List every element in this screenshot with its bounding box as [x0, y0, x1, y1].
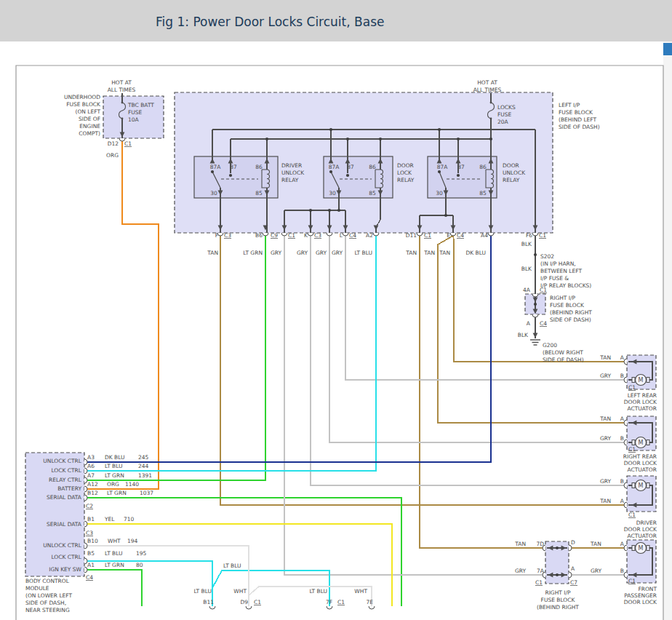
- diagram-label: C1: [628, 384, 636, 391]
- wire-ltgrn: [86, 233, 265, 480]
- diagram-label: DRIVER: [636, 520, 657, 526]
- diagram-label: C1: [628, 578, 636, 584]
- diagram-label: UNLOCK CTRL: [43, 458, 81, 464]
- diagram-label: 1391: [138, 472, 152, 479]
- diagram-label: SERIAL DATA: [47, 521, 82, 528]
- diagram-label: A1: [87, 562, 95, 568]
- diagram-label: DK BLU: [105, 454, 125, 461]
- diagram-label: TAN: [405, 250, 417, 256]
- diagram-label: WHT: [108, 538, 121, 544]
- diagram-label: WHT: [233, 588, 247, 595]
- diagram-label: LT BLU: [354, 250, 372, 256]
- diagram-label: I/P FUSE &: [540, 275, 569, 282]
- diagram-label: DOOR LOCK: [624, 460, 657, 466]
- diagram-label: C1: [539, 232, 546, 239]
- diagram-label: GRY: [332, 250, 343, 256]
- diagram-label: RELAY: [503, 177, 520, 183]
- diagram-label: LEFT I/P: [559, 102, 580, 108]
- connector-bump: [569, 545, 572, 551]
- diagram-label: ACTUATOR: [627, 466, 657, 473]
- diagram-label: NEAR STEERING: [25, 607, 70, 613]
- wire-org: [86, 140, 159, 489]
- diagram-label: LT BLU: [223, 563, 241, 569]
- junction-dot: [346, 174, 349, 177]
- junction-dot: [379, 138, 382, 140]
- diagram-label: A6: [87, 463, 95, 469]
- diagram-label: C1: [424, 232, 431, 239]
- diagram-label: C1: [628, 512, 636, 518]
- diagram-label: LT BLU: [309, 588, 327, 595]
- diagram-label: C1: [535, 579, 543, 586]
- diagram-label: TAN: [423, 250, 435, 256]
- diagram-label: FUSE BLOCK: [541, 597, 576, 603]
- connector-bump: [327, 606, 332, 609]
- diagram-label: BLK: [518, 332, 529, 338]
- diagram-label: 85: [479, 190, 487, 196]
- junction-dot: [457, 174, 460, 177]
- diagram-label: C4: [540, 320, 547, 327]
- diagram-label: A12: [87, 481, 98, 488]
- diagram-label: C1: [540, 287, 547, 293]
- junction-dot: [489, 138, 492, 140]
- fuse-end: [490, 118, 492, 120]
- diagram-label: 86: [369, 164, 376, 170]
- junction-dot: [556, 573, 559, 576]
- diagram-label: F: [215, 232, 218, 239]
- diagram-label: 195: [136, 550, 147, 557]
- junction-dot: [337, 209, 340, 212]
- diagram-label: GRY: [515, 568, 527, 574]
- diagram-label: ALL TIMES: [473, 87, 502, 93]
- diagram-label: 20A: [497, 119, 509, 125]
- diagram-label: 7F: [326, 599, 332, 605]
- diagram-label: RIGHT I/P: [545, 589, 571, 596]
- diagram-label: 87A: [329, 164, 340, 170]
- diagram-label: LOCKS: [497, 104, 516, 111]
- connector-bump: [532, 233, 538, 236]
- diagram-label: GRY: [600, 478, 612, 485]
- diagram-label: C7: [570, 579, 577, 586]
- diagram-label: WHT: [354, 588, 367, 595]
- diagram-label: 85: [255, 190, 263, 196]
- motor-label: M: [639, 377, 644, 383]
- diagram-label: C9: [271, 232, 278, 239]
- diagram-label: F6: [526, 232, 532, 239]
- motor-brush: [647, 440, 649, 445]
- wire-gry: [329, 233, 627, 442]
- diagram-label: 87: [230, 164, 237, 170]
- diagram-label: D12: [108, 140, 119, 147]
- diagram-label: 245: [138, 454, 149, 461]
- diagram-label: A7: [87, 472, 95, 479]
- diagram-label: 80: [136, 562, 143, 568]
- motor-brush: [632, 483, 635, 488]
- diagram-label: 30: [210, 190, 217, 196]
- junction-dot: [346, 138, 349, 140]
- diagram-label: C4: [86, 574, 93, 581]
- diagram-label: 710: [124, 516, 135, 522]
- diagram-label: SIDE OF: [79, 116, 100, 122]
- diagram-label: DOOR LOCK: [624, 526, 657, 533]
- diagram-label: 7D: [536, 541, 544, 547]
- diagram-label: B11: [203, 599, 214, 605]
- junction-dot: [534, 253, 537, 256]
- diagram-label: 86: [255, 164, 263, 170]
- diagram-label: D9: [240, 599, 248, 605]
- connector-bump: [281, 233, 287, 236]
- diagram-label: 86: [479, 164, 487, 170]
- diagram-label: DOOR: [397, 162, 414, 169]
- diagram-label: TAN: [439, 250, 450, 256]
- diagram-label: B: [620, 373, 624, 379]
- diagram-label: TAN: [590, 541, 601, 547]
- diagram-label: D: [571, 539, 575, 546]
- diagram-label: (BEHIND RIGHT: [550, 309, 592, 316]
- diagram-label: TAN: [599, 498, 611, 504]
- diagram-label: DOOR: [503, 162, 519, 169]
- junction-dot: [229, 174, 232, 177]
- diagram-label: (ON LEFT: [75, 108, 100, 115]
- connector-bump: [373, 233, 379, 236]
- diagram-label: B1: [87, 516, 95, 522]
- connector-bump: [624, 545, 627, 551]
- diagram-label: B: [620, 568, 624, 574]
- diagram-label: LT BLU: [105, 463, 123, 469]
- wire-arrow: [533, 333, 538, 338]
- diagram-label: SIDE OF DASH,: [25, 600, 66, 606]
